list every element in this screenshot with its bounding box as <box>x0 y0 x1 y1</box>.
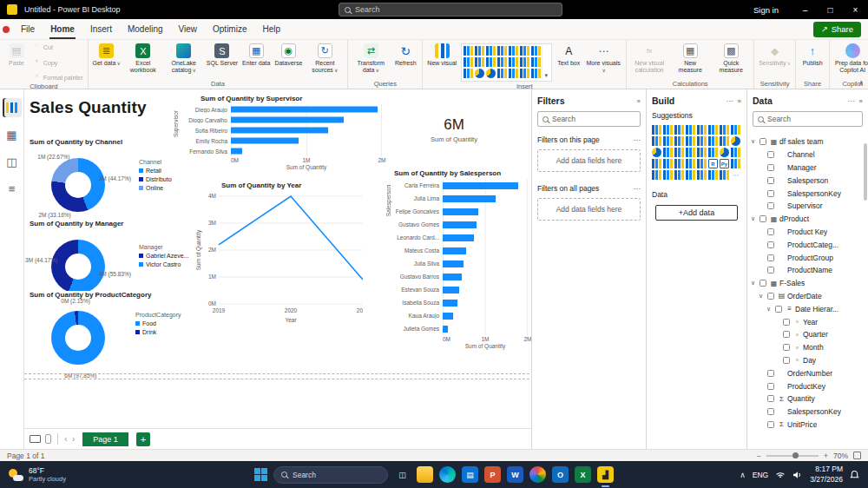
scrollbar[interactable] <box>864 143 867 201</box>
more-visuals-button[interactable]: ⋯More visuals∨ <box>583 42 623 74</box>
fit-to-page-icon[interactable] <box>853 452 861 459</box>
more-options-icon[interactable]: ⋯ <box>727 97 733 105</box>
field-product-key[interactable]: Product Key <box>747 226 864 239</box>
cut-button[interactable]: ✂Cut <box>33 43 83 51</box>
slicer-visual-icon[interactable] <box>674 159 684 168</box>
waterfall-chart-visual-icon[interactable] <box>697 136 707 146</box>
field-checkbox[interactable] <box>767 151 774 158</box>
word-taskbar-icon[interactable]: W <box>507 466 523 483</box>
card-visual-icon[interactable] <box>731 148 740 157</box>
add-data-fields-dropzone[interactable]: Add data fields here <box>537 149 641 172</box>
100-stacked-column-chart-visual-icon[interactable] <box>520 46 529 56</box>
field-checkbox[interactable] <box>783 319 790 326</box>
more-options-icon[interactable]: ⋯ <box>634 135 641 144</box>
field-day[interactable]: ▫Day <box>747 354 864 367</box>
sql-server-button[interactable]: SSQL Server <box>205 42 240 67</box>
field-ordernumber[interactable]: OrderNumber <box>747 366 864 379</box>
bar[interactable] <box>443 326 448 333</box>
field-productname[interactable]: ProductName <box>747 264 864 277</box>
filters-search-input[interactable]: Search <box>537 111 641 127</box>
field-quarter[interactable]: ▫Quarter <box>747 328 864 341</box>
file-explorer-taskbar-icon[interactable] <box>417 466 433 483</box>
edge-taskbar-icon[interactable] <box>439 466 456 483</box>
stacked-bar-chart-visual-icon[interactable] <box>464 46 473 56</box>
arcgis-map-visual-icon[interactable] <box>697 170 707 180</box>
matrix-visual-icon[interactable] <box>697 159 707 168</box>
task-view-taskbar-icon[interactable]: ◫ <box>394 466 411 483</box>
chevron-down-icon[interactable]: ∨ <box>749 215 757 222</box>
100-stacked-bar-chart-visual-icon[interactable] <box>509 46 518 56</box>
ribbon-chart-visual-icon[interactable] <box>509 57 518 67</box>
legend-item-gabriel-azeve[interactable]: Gabriel Azeve... <box>139 253 188 259</box>
bar[interactable] <box>443 234 474 241</box>
line-chart-visual-icon[interactable] <box>531 46 541 56</box>
pie-chart-visual-icon[interactable] <box>731 136 740 146</box>
field-checkbox[interactable] <box>767 228 774 235</box>
clock[interactable]: 8:17 PM 3/27/2026 <box>810 465 843 484</box>
field-channel[interactable]: Channel <box>747 148 864 162</box>
field-orderdate[interactable]: ∨▤OrderDate <box>747 290 864 303</box>
field-checkbox[interactable] <box>767 267 774 274</box>
gauge-visual-icon[interactable] <box>720 148 729 157</box>
chevron-down-icon[interactable]: ∨ <box>757 293 765 300</box>
menu-tab-file[interactable]: File <box>13 19 43 39</box>
start-button[interactable] <box>254 468 267 481</box>
mobile-layout-icon[interactable] <box>45 434 51 444</box>
field-f-sales[interactable]: ∨▦F-Sales <box>747 277 864 290</box>
field-checkbox[interactable] <box>760 280 766 287</box>
stacked-bar-chart-visual-icon[interactable] <box>652 125 661 135</box>
map-visual-icon[interactable] <box>674 148 684 157</box>
wifi-icon[interactable] <box>775 471 786 479</box>
filled-map-visual-icon[interactable] <box>520 69 529 78</box>
photos-taskbar-icon[interactable] <box>529 466 546 483</box>
bar[interactable] <box>443 300 457 307</box>
field-checkbox[interactable] <box>783 344 790 351</box>
legend-item-victor-castro[interactable]: Victor Castro <box>139 261 188 267</box>
outlook-taskbar-icon[interactable]: O <box>552 466 569 483</box>
transform-data-button[interactable]: ⇄Transform data∨ <box>351 42 391 74</box>
power-apps-visual-icon[interactable] <box>708 170 718 180</box>
power-automate-visual-icon[interactable] <box>720 170 729 180</box>
bar[interactable] <box>443 195 496 202</box>
menu-tab-home[interactable]: Home <box>43 19 82 39</box>
field-checkbox[interactable] <box>767 190 774 197</box>
visual-manager-donut[interactable]: Sum of Quantity by Manager4M (55.83%)3M … <box>28 220 198 296</box>
shape-map-visual-icon[interactable] <box>708 148 718 157</box>
language-indicator[interactable]: ENG <box>753 471 768 479</box>
copy-button[interactable]: ▣Copy <box>33 59 83 67</box>
maximize-button[interactable]: □ <box>818 0 843 19</box>
python-visual-visual-icon[interactable]: Py <box>720 159 729 168</box>
menu-tab-modeling[interactable]: Modeling <box>120 19 171 39</box>
model-view-button[interactable]: ◫ <box>3 152 22 171</box>
legend-item-retail[interactable]: Retail <box>139 168 174 174</box>
area-chart-visual-icon[interactable] <box>731 125 740 135</box>
field-checkbox[interactable] <box>767 164 774 171</box>
table-visual-icon[interactable] <box>686 159 695 168</box>
recent-sources-button[interactable]: ↻Recent sources∨ <box>305 42 345 74</box>
field-dproduct[interactable]: ∨▦dProduct <box>747 213 864 226</box>
r-script-visual-visual-icon[interactable]: R <box>708 159 718 168</box>
azure-map-visual-icon[interactable] <box>531 69 541 78</box>
metrics-visual-icon[interactable] <box>674 170 684 180</box>
ribbon-chart-visual-icon[interactable] <box>686 136 695 146</box>
field-checkbox[interactable] <box>760 138 766 145</box>
more-options-icon[interactable]: ⋯ <box>634 184 641 193</box>
bar[interactable] <box>443 182 518 189</box>
funnel-chart-visual-icon[interactable] <box>531 57 541 67</box>
azure-map-visual-icon[interactable] <box>697 148 707 157</box>
more-options-icon[interactable]: ⋯ <box>848 97 855 105</box>
gallery-scroll-down-icon[interactable]: ▾ <box>542 46 549 79</box>
visual-year-line[interactable]: Sum of Quantity by Year0M1M2M3M4M2019202… <box>194 181 377 329</box>
more-options-visual-icon[interactable]: ⋯ <box>731 170 740 180</box>
field-checkbox[interactable] <box>767 370 774 377</box>
legend-item-distributor[interactable]: Distributor <box>139 176 174 182</box>
power-bi-desktop-taskbar-icon[interactable]: ▟ <box>597 466 614 483</box>
line-and-clustered-column-chart-visual-icon[interactable] <box>674 136 684 146</box>
prep-data-for-copilot-ai-button[interactable]: Prep data for Copilot AI <box>832 42 868 74</box>
map-visual-icon[interactable] <box>509 69 518 78</box>
close-button[interactable]: × <box>843 0 868 19</box>
add-data-fields-dropzone[interactable]: Add data fields here <box>537 198 641 221</box>
bar[interactable] <box>443 208 478 215</box>
text-box-button[interactable]: AText box <box>555 42 582 67</box>
data-search-input[interactable]: Search <box>753 111 863 127</box>
